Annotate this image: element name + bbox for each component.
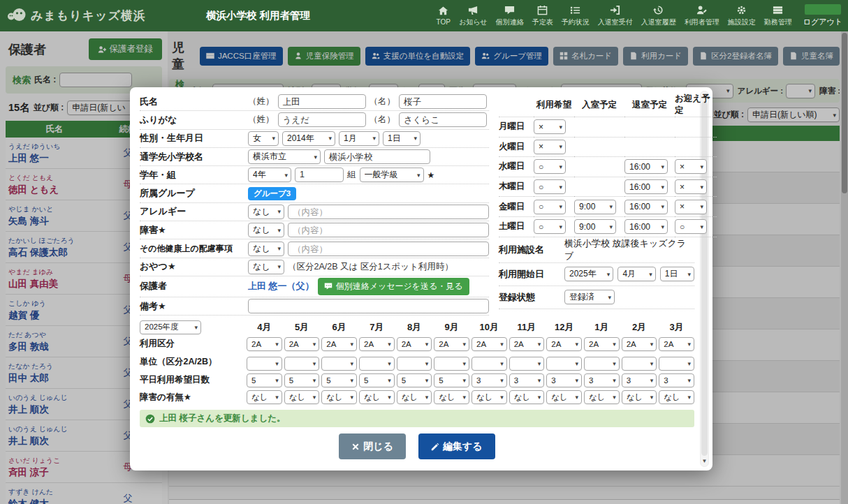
nav-item-facility-settings[interactable]: 施設設定 [724, 3, 760, 29]
first-name-kana-input[interactable]: さくらこ [399, 112, 487, 127]
app-logo[interactable]: みまもりキッズ横浜 [0, 7, 206, 25]
disability-month-7-select[interactable]: なし▾ [471, 390, 507, 404]
logout-button[interactable]: ログアウト [803, 4, 842, 27]
first-name-input[interactable]: 桜子 [399, 94, 487, 109]
gender-select[interactable]: 女▾ [248, 131, 279, 146]
disability-month-12-select[interactable]: なし▾ [659, 390, 694, 404]
guardian-link[interactable]: 上田 悠一（父） [248, 280, 314, 292]
start-day-select[interactable]: 1日▾ [660, 267, 694, 281]
kubun-month-6-select[interactable]: 2A▾ [434, 337, 469, 351]
scroll-down-icon[interactable]: ▼ [700, 458, 709, 465]
kubun-month-10-select[interactable]: 2A▾ [584, 337, 620, 351]
send-message-button[interactable]: 個別連絡メッセージを送る・見る [318, 278, 469, 295]
weekdays-month-10-select[interactable]: 3▾ [584, 373, 620, 387]
kubun-month-8-select[interactable]: 2A▾ [509, 337, 545, 351]
birth-year-select[interactable]: 2014年▾ [282, 131, 335, 146]
start-month-select[interactable]: 4月▾ [617, 267, 655, 281]
last-name-kana-input[interactable]: うえだ [278, 112, 366, 127]
week-fri-exit-select[interactable]: 16:00▾ [624, 200, 668, 214]
allergy-detail-input[interactable]: （内容） [288, 205, 489, 219]
week-tue-use-select[interactable]: ×▾ [534, 140, 566, 154]
unit-month-12-select[interactable]: ▾ [659, 357, 694, 371]
disability-month-3-select[interactable]: なし▾ [321, 390, 357, 404]
week-wed-pickup-select[interactable]: ×▾ [675, 159, 707, 174]
week-thu-use-select[interactable]: ○▾ [534, 179, 566, 194]
birth-day-select[interactable]: 1日▾ [383, 131, 421, 146]
health-select[interactable]: なし▾ [248, 242, 284, 256]
week-fri-entry-select[interactable]: 9:00▾ [574, 200, 616, 214]
class-input[interactable]: 1 [295, 168, 344, 182]
week-mon-use-select[interactable]: ×▾ [534, 119, 566, 134]
disability-detail-input[interactable]: （内容） [288, 223, 489, 237]
week-sat-exit-select[interactable]: 16:00▾ [624, 219, 668, 234]
kubun-month-11-select[interactable]: 2A▾ [622, 337, 657, 351]
week-sat-use-select[interactable]: ○▾ [534, 219, 566, 234]
week-thu-pickup-select[interactable]: ×▾ [675, 179, 707, 194]
allergy-select[interactable]: なし▾ [248, 205, 284, 219]
health-detail-input[interactable]: （内容） [288, 242, 489, 256]
unit-month-7-select[interactable]: ▾ [471, 357, 507, 371]
class-type-select[interactable]: 一般学級▾ [360, 168, 424, 182]
week-sat-entry-select[interactable]: 9:00▾ [574, 219, 616, 234]
nav-item-user-management[interactable]: 利用者管理 [680, 3, 724, 29]
unit-month-8-select[interactable]: ▾ [509, 357, 545, 371]
edit-button[interactable]: 編集する [418, 433, 495, 459]
nav-item-work-management[interactable]: 勤務管理 [760, 3, 796, 29]
weekdays-month-8-select[interactable]: 3▾ [509, 373, 545, 387]
weekdays-month-6-select[interactable]: 5▾ [434, 373, 469, 387]
kubun-month-3-select[interactable]: 2A▾ [321, 337, 357, 351]
kubun-month-2-select[interactable]: 2A▾ [284, 337, 320, 351]
disability-month-2-select[interactable]: なし▾ [284, 390, 320, 404]
week-thu-exit-select[interactable]: 16:00▾ [624, 179, 668, 194]
kubun-month-9-select[interactable]: 2A▾ [546, 337, 582, 351]
kubun-month-4-select[interactable]: 2A▾ [359, 337, 395, 351]
disability-month-1-select[interactable]: なし▾ [247, 390, 282, 404]
disability-month-8-select[interactable]: なし▾ [509, 390, 545, 404]
disability-month-10-select[interactable]: なし▾ [584, 390, 620, 404]
weekdays-month-9-select[interactable]: 3▾ [546, 373, 582, 387]
weekdays-month-4-select[interactable]: 5▾ [359, 373, 395, 387]
disability-month-11-select[interactable]: なし▾ [622, 390, 657, 404]
start-year-select[interactable]: 2025年▾ [564, 267, 613, 281]
weekdays-month-2-select[interactable]: 5▾ [284, 373, 320, 387]
weekdays-month-11-select[interactable]: 3▾ [622, 373, 657, 387]
nav-item-individual-contact[interactable]: 個別連絡 [492, 3, 528, 29]
unit-month-2-select[interactable]: ▾ [284, 357, 320, 371]
disability-month-4-select[interactable]: なし▾ [359, 390, 395, 404]
unit-month-3-select[interactable]: ▾ [321, 357, 357, 371]
weekdays-month-3-select[interactable]: 5▾ [321, 373, 357, 387]
fiscal-year-select[interactable]: 2025年度▾ [140, 320, 201, 334]
disability-month-5-select[interactable]: なし▾ [397, 390, 432, 404]
last-name-input[interactable]: 上田 [278, 94, 366, 109]
unit-month-1-select[interactable]: ▾ [247, 357, 282, 371]
week-fri-use-select[interactable]: ○▾ [534, 200, 566, 214]
school-name-input[interactable]: 横浜小学校 [324, 149, 430, 164]
kubun-month-12-select[interactable]: 2A▾ [659, 337, 694, 351]
memo-input[interactable] [248, 299, 489, 313]
registration-status-select[interactable]: 登録済▾ [564, 290, 615, 304]
unit-month-4-select[interactable]: ▾ [359, 357, 395, 371]
nav-item-news[interactable]: お知らせ [455, 3, 492, 29]
close-button[interactable]: 閉じる [339, 433, 406, 459]
kubun-month-1-select[interactable]: 2A▾ [247, 337, 282, 351]
grade-select[interactable]: 4年▾ [248, 168, 291, 182]
nav-item-entry-exit-history[interactable]: 入退室履歴 [637, 3, 680, 29]
birth-month-select[interactable]: 1月▾ [339, 131, 379, 146]
weekdays-month-1-select[interactable]: 5▾ [247, 373, 282, 387]
nav-item-reservation-status[interactable]: 予約状況 [557, 3, 594, 29]
disability-select[interactable]: なし▾ [248, 223, 284, 237]
week-wed-use-select[interactable]: ○▾ [534, 159, 566, 174]
disability-month-6-select[interactable]: なし▾ [434, 390, 469, 404]
weekdays-month-5-select[interactable]: 5▾ [397, 373, 432, 387]
nav-item-schedule[interactable]: 予定表 [528, 3, 557, 29]
unit-month-6-select[interactable]: ▾ [434, 357, 469, 371]
weekdays-month-7-select[interactable]: 3▾ [471, 373, 507, 387]
kubun-month-5-select[interactable]: 2A▾ [397, 337, 432, 351]
unit-month-10-select[interactable]: ▾ [584, 357, 620, 371]
week-fri-pickup-select[interactable]: ×▾ [675, 200, 707, 214]
kubun-month-7-select[interactable]: 2A▾ [471, 337, 507, 351]
weekdays-month-12-select[interactable]: 3▾ [659, 373, 694, 387]
week-wed-exit-select[interactable]: 16:00▾ [624, 159, 668, 174]
nav-item-top[interactable]: TOP [432, 3, 455, 28]
disability-month-9-select[interactable]: なし▾ [546, 390, 582, 404]
